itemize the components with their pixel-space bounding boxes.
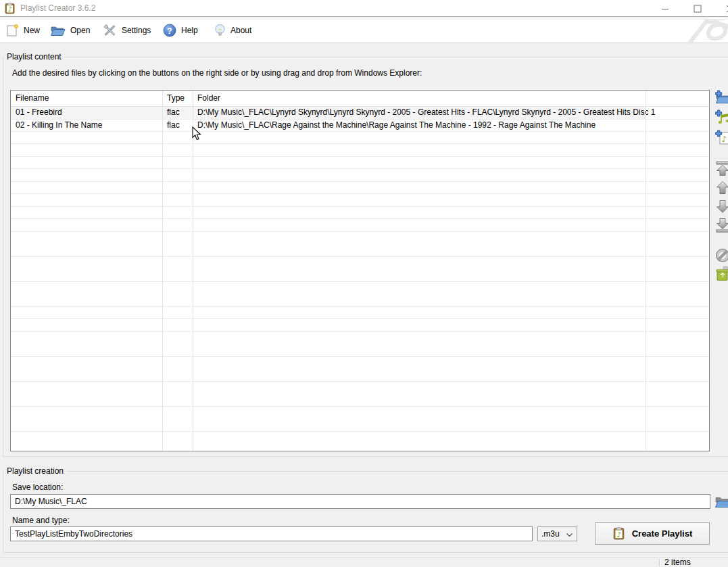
items-count: 2 items (664, 558, 691, 567)
column-divider (646, 91, 646, 451)
move-up-button[interactable] (714, 180, 728, 195)
table-row[interactable]: 01 - Freebird flac D:\My Music\_FLAC\Lyn… (11, 107, 709, 120)
settings-tools-icon (103, 24, 117, 37)
playlist-name-input[interactable] (10, 526, 533, 541)
move-bottom-icon (714, 218, 728, 233)
open-button[interactable]: Open (46, 20, 94, 41)
close-button[interactable] (715, 0, 728, 17)
playlist-type-dropdown[interactable]: .m3u (537, 526, 577, 541)
window-title: Playlist Creator 3.6.2 (20, 0, 95, 17)
add-file-icon: ♪ (714, 130, 728, 146)
column-header-filename[interactable]: Filename (16, 93, 49, 103)
column-divider (193, 91, 193, 451)
clear-list-icon (714, 266, 728, 282)
minimize-button[interactable] (650, 0, 680, 17)
move-top-button[interactable] (714, 161, 728, 176)
create-playlist-label: Create Playlist (632, 528, 693, 539)
app-logo-icon: ♪ (4, 3, 16, 14)
help-button[interactable]: ? Help (159, 20, 202, 41)
chevron-down-icon (566, 533, 573, 537)
new-button[interactable]: New (1, 20, 44, 41)
status-bar: 2 items (0, 557, 728, 567)
maximize-button[interactable] (683, 0, 712, 17)
cell-type: flac (167, 107, 180, 119)
svg-text:♪: ♪ (8, 5, 12, 13)
remove-icon (714, 247, 728, 264)
column-header-type[interactable]: Type (167, 93, 185, 103)
open-label: Open (70, 26, 90, 35)
playlist-table[interactable]: Filename Type Folder 01 - Freebird flac … (10, 90, 710, 451)
add-tracks-icon (714, 109, 728, 125)
title-bar: ♪ Playlist Creator 3.6.2 (0, 0, 728, 17)
add-file-button[interactable]: ♪ (714, 130, 728, 145)
add-folder-icon (714, 90, 728, 105)
remove-button[interactable] (714, 247, 728, 263)
move-top-icon (714, 161, 728, 176)
playlist-content-label: Playlist content (4, 52, 64, 61)
column-header-folder[interactable]: Folder (197, 93, 220, 103)
app-window: ♪ Playlist Creator 3.6.2 New Ope (0, 0, 728, 567)
move-down-icon (714, 199, 728, 214)
main-toolbar: New Open Settings (0, 18, 728, 43)
create-playlist-button[interactable]: ♪ Create Playlist (595, 522, 710, 545)
add-tracks-button[interactable] (714, 109, 728, 125)
minimize-icon (661, 5, 669, 13)
cell-folder: D:\My Music\_FLAC\Lynyrd Skynyrd\Lynyrd … (197, 107, 656, 119)
about-label: About (230, 26, 251, 35)
new-file-icon (5, 24, 19, 37)
save-location-label: Save location: (12, 483, 63, 492)
svg-text:?: ? (167, 26, 172, 36)
clear-list-button[interactable] (714, 266, 728, 282)
instruction-text: Add the desired files by clicking on the… (12, 68, 422, 78)
settings-button[interactable]: Settings (99, 20, 155, 41)
settings-label: Settings (122, 26, 151, 35)
browse-folder-button[interactable] (714, 495, 728, 509)
move-bottom-button[interactable] (714, 218, 728, 233)
new-label: New (24, 26, 40, 35)
maximize-icon (694, 5, 702, 13)
table-row[interactable]: 02 - Killing In The Name flac D:\My Musi… (11, 120, 709, 132)
table-empty-area (11, 132, 709, 451)
open-folder-icon (50, 24, 66, 37)
cell-filename: 01 - Freebird (16, 107, 62, 119)
browse-folder-icon (714, 495, 728, 509)
playlist-type-value: .m3u (541, 529, 560, 539)
cell-type: flac (167, 120, 180, 132)
playlist-creation-label: Playlist creation (4, 466, 66, 476)
create-playlist-icon: ♪ (612, 527, 625, 540)
svg-text:♪: ♪ (616, 531, 621, 539)
add-folder-button[interactable] (714, 90, 728, 105)
help-label: Help (181, 26, 198, 35)
svg-text:♪: ♪ (722, 134, 727, 144)
about-button[interactable]: About (210, 20, 256, 41)
cell-filename: 02 - Killing In The Name (16, 120, 103, 132)
table-header: Filename Type Folder (11, 91, 709, 107)
cell-folder: D:\My Music\_FLAC\Rage Against the Machi… (197, 120, 596, 132)
help-question-icon: ? (163, 24, 176, 37)
statusbar-divider (659, 559, 660, 566)
about-bulb-icon (214, 24, 226, 38)
move-up-icon (714, 180, 728, 195)
save-location-input[interactable] (10, 494, 710, 509)
decorative-logo-watermark (685, 18, 728, 44)
name-and-type-label: Name and type: (12, 516, 70, 525)
move-down-button[interactable] (714, 199, 728, 214)
column-divider (162, 91, 163, 451)
